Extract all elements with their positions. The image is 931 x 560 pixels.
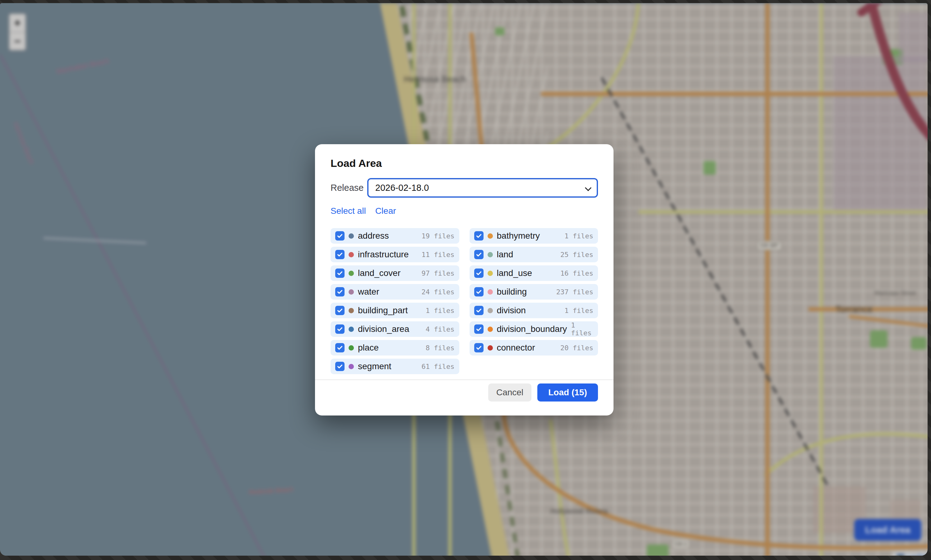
route-shield-ca107: CA 107 [757,241,781,250]
segment-color-dot-icon [348,364,354,369]
building_part-color-dot-icon [348,308,354,313]
file-count: 20 files [560,344,593,352]
footer-divider [315,380,613,380]
file-count: 1 files [564,232,593,240]
water-color-dot-icon [348,289,354,295]
layer-row-address[interactable]: address19 files [331,228,459,244]
connector-color-dot-icon [487,345,493,351]
release-row: Release 2026-02-18.0 [331,178,598,198]
division_boundary-color-dot-icon [487,327,493,332]
checkbox-building_part-checked[interactable] [335,306,345,315]
map-label-torrance: Torrance [835,304,873,314]
release-label: Release [331,183,367,193]
file-count: 4 files [426,325,455,333]
checkbox-land_cover-checked[interactable] [335,269,345,278]
address-color-dot-icon [348,233,354,238]
layer-name: land_cover [358,268,418,278]
layer-row-division[interactable]: division1 files [470,303,598,318]
checkbox-land-checked[interactable] [474,250,484,259]
file-count: 237 files [556,288,593,296]
select-all-link[interactable]: Select all [331,206,366,216]
modal-title: Load Area [331,157,598,170]
file-count: 11 files [422,251,455,258]
checkbox-division_area-checked[interactable] [335,325,345,334]
checkbox-water-checked[interactable] [335,287,345,297]
layer-row-building_part[interactable]: building_part1 files [331,303,459,318]
layer-row-infrastructure[interactable]: infrastructure11 files [331,247,459,262]
file-count: 25 files [560,251,593,258]
load-area-modal: Load Area Release 2026-02-18.0 Select al… [315,144,613,415]
layer-row-place[interactable]: place8 files [331,340,459,355]
layer-name: infrastructure [358,249,418,260]
land_cover-color-dot-icon [348,271,354,276]
layer-name: division_boundary [497,324,567,334]
layer-name: segment [358,362,418,371]
file-count: 16 files [560,269,593,277]
layer-name: building_part [358,306,422,315]
map-attribution: Leaflet [893,552,928,555]
checkbox-connector-checked[interactable] [474,343,484,352]
modal-footer: Cancel Load (15) [331,383,598,402]
zoom-in-button[interactable]: + [9,14,26,32]
checkbox-bathymetry-checked[interactable] [474,231,484,240]
layer-name: address [358,231,418,241]
release-select[interactable]: 2026-02-18.0 [367,178,598,198]
land-color-dot-icon [487,252,493,257]
place-color-dot-icon [348,345,354,351]
checkbox-segment-checked[interactable] [335,362,345,371]
layer-list: address19 filesinfrastructure11 fileslan… [331,228,598,374]
layer-name: land_use [497,268,556,278]
file-count: 97 files [422,269,455,277]
checkbox-address-checked[interactable] [335,231,345,240]
file-count: 61 files [422,363,455,371]
file-count: 8 files [426,344,455,352]
layer-column-right: bathymetry1 filesland25 filesland_use16 … [470,228,598,374]
checkbox-division-checked[interactable] [474,306,484,315]
infrastructure-color-dot-icon [348,252,354,257]
layer-name: land [497,249,556,260]
layer-name: place [358,343,422,353]
layer-row-water[interactable]: water24 files [331,284,459,300]
layer-row-land_use[interactable]: land_use16 files [470,265,598,281]
layer-name: division [497,306,561,315]
file-count: 1 files [564,307,593,314]
land_use-color-dot-icon [487,271,493,276]
checkbox-division_boundary-checked[interactable] [474,325,484,334]
checkbox-place-checked[interactable] [335,343,345,352]
map-label-maricopa-street: Maricopa Street [874,290,916,297]
layer-column-left: address19 filesinfrastructure11 fileslan… [331,228,459,374]
checkbox-land_use-checked[interactable] [474,269,484,278]
layer-name: building [497,287,552,297]
layer-row-land[interactable]: land25 files [470,247,598,262]
file-count: 1 files [571,322,593,337]
layer-row-bathymetry[interactable]: bathymetry1 files [470,228,598,244]
cancel-button[interactable]: Cancel [488,383,532,402]
layer-row-building[interactable]: building237 files [470,284,598,300]
division_area-color-dot-icon [348,327,354,332]
file-count: 1 files [426,307,455,314]
map-load-area-button[interactable]: Load Area [854,519,921,541]
checkbox-building-checked[interactable] [474,287,484,297]
layer-row-division_boundary[interactable]: division_boundary1 files [470,322,598,337]
layer-row-segment[interactable]: segment61 files [331,358,459,374]
layer-name: water [358,287,418,297]
layer-row-division_area[interactable]: division_area4 files [331,322,459,337]
file-count: 24 files [422,288,455,296]
map-zoom-control: + − [9,13,26,51]
selection-links: Select all Clear [331,206,598,216]
bathymetry-color-dot-icon [487,233,493,238]
route-shield-ca1: CA 1 [672,540,690,549]
division-color-dot-icon [487,308,493,313]
clear-link[interactable]: Clear [375,206,396,216]
map-label-hermosa-beach: Hermosa Beach [404,75,466,84]
ukraine-flag-icon [897,554,905,556]
load-button[interactable]: Load (15) [537,383,598,402]
zoom-out-button[interactable]: − [9,32,26,50]
leaflet-attribution-link[interactable]: Leaflet [907,552,927,555]
building-color-dot-icon [487,289,493,295]
layer-row-land_cover[interactable]: land_cover97 files [331,265,459,281]
layer-row-connector[interactable]: connector20 files [470,340,598,355]
map-label-hollywood-riviera: Hollywood Riviera [550,507,607,515]
checkbox-infrastructure-checked[interactable] [335,250,345,259]
layer-name: connector [497,343,556,353]
